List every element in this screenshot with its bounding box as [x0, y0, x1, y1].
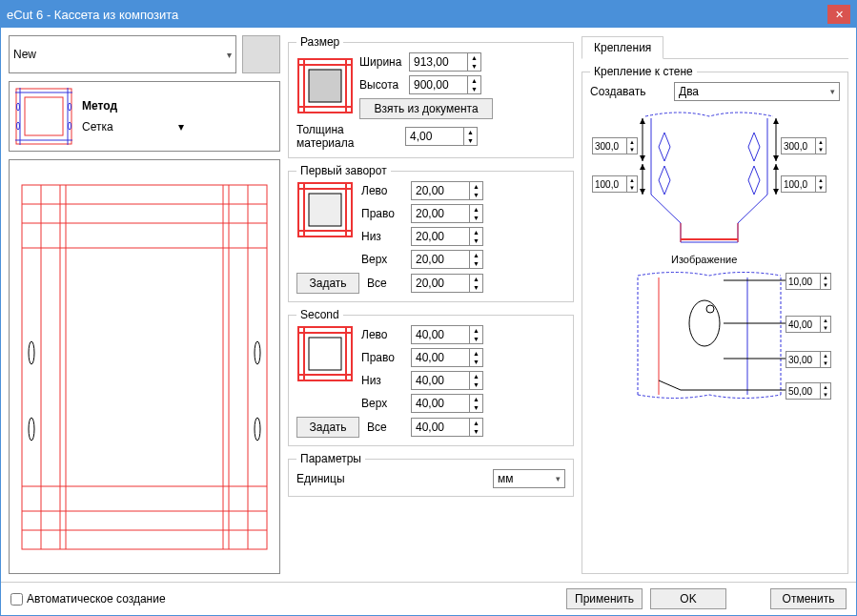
- fold2-legend: Second: [296, 308, 343, 321]
- img-p2-input[interactable]: 40,00▲▼: [786, 316, 831, 333]
- fold2-set-button[interactable]: Задать: [296, 417, 359, 438]
- svg-line-64: [659, 380, 681, 390]
- svg-point-59: [706, 305, 714, 313]
- preset-row: New ▾: [9, 35, 280, 73]
- fold1-top-input[interactable]: 20,00▲▼: [411, 250, 483, 269]
- preset-dropdown[interactable]: New ▾: [9, 35, 236, 73]
- preview-panel: [9, 159, 280, 574]
- color-swatch[interactable]: [242, 35, 280, 73]
- units-label: Единицы: [296, 472, 485, 485]
- fold1-group: Первый заворот Лево20,00▲▼: [288, 164, 574, 302]
- svg-rect-28: [309, 70, 341, 102]
- img-p3-input[interactable]: 30,00▲▼: [786, 351, 831, 368]
- fold2-bottom-label: Низ: [361, 374, 407, 387]
- size-legend: Размер: [296, 35, 343, 49]
- svg-rect-34: [309, 194, 341, 226]
- chevron-down-icon: ▾: [227, 50, 232, 60]
- dim-top-right-input[interactable]: 300,0▲▼: [781, 137, 826, 154]
- app-window: eCut 6 - Кассета из композита ✕ New ▾: [0, 0, 857, 616]
- chevron-down-icon: ▾: [556, 474, 561, 483]
- dim-bot-right-input[interactable]: 100,0▲▼: [781, 175, 826, 193]
- wall-legend: Крепление к стене: [590, 65, 697, 78]
- fold2-right-input[interactable]: 40,00▲▼: [411, 348, 483, 367]
- from-document-button[interactable]: Взять из документа: [359, 98, 493, 119]
- method-dropdown[interactable]: Сетка ▾: [82, 120, 274, 133]
- method-panel: Метод Сетка ▾: [9, 81, 280, 152]
- fold2-all-label: Все: [367, 421, 403, 434]
- units-select[interactable]: мм ▾: [493, 469, 565, 488]
- fold1-bottom-label: Низ: [361, 230, 407, 243]
- fold2-top-label: Верх: [361, 397, 407, 410]
- fold1-legend: Первый заворот: [296, 164, 391, 177]
- svg-rect-10: [22, 185, 267, 549]
- method-thumbnail: [15, 88, 72, 145]
- diagram-area: 300,0▲▼ 300,0▲▼ 100,0▲▼ 100,0▲▼ Изображе…: [590, 109, 840, 565]
- fold1-left-label: Лево: [361, 184, 407, 197]
- fold2-group: Second Лево40,00▲▼: [288, 308, 574, 446]
- apply-button[interactable]: Применить: [566, 588, 643, 609]
- fold2-thumbnail: [296, 325, 354, 382]
- right-column: Крепления Крепление к стене Создавать Дв…: [582, 35, 848, 574]
- window-title: eCut 6 - Кассета из композита: [7, 8, 827, 22]
- preset-value: New: [13, 48, 227, 61]
- size-thumbnail: [296, 57, 354, 114]
- method-text: Метод Сетка ▾: [82, 99, 274, 133]
- thickness-input[interactable]: 4,00▲▼: [405, 127, 478, 146]
- auto-create-label: Автоматическое создание: [27, 592, 166, 606]
- height-label: Высота: [359, 78, 405, 92]
- fold1-left-input[interactable]: 20,00▲▼: [411, 181, 483, 200]
- width-input[interactable]: 913,00▲▼: [409, 52, 481, 72]
- fold2-left-input[interactable]: 40,00▲▼: [411, 325, 483, 344]
- fold2-top-input[interactable]: 40,00▲▼: [411, 394, 483, 413]
- fold1-right-input[interactable]: 20,00▲▼: [411, 204, 483, 223]
- width-label: Ширина: [359, 55, 405, 69]
- fold2-bottom-input[interactable]: 40,00▲▼: [411, 371, 483, 390]
- fold1-bottom-input[interactable]: 20,00▲▼: [411, 227, 483, 246]
- middle-column: Размер Ширина: [288, 35, 574, 574]
- cancel-button[interactable]: Отменить: [770, 588, 847, 609]
- fold1-right-label: Право: [361, 207, 407, 220]
- params-legend: Параметры: [296, 452, 365, 465]
- auto-create-input[interactable]: [10, 593, 23, 606]
- fold1-thumbnail: [296, 181, 354, 238]
- image-label: Изображение: [671, 254, 737, 265]
- create-label: Создавать: [590, 85, 666, 98]
- dim-top-left-input[interactable]: 300,0▲▼: [592, 137, 638, 154]
- wall-mount-group: Крепление к стене Создавать Два ▾: [582, 65, 848, 574]
- svg-rect-40: [309, 338, 341, 370]
- fold2-right-label: Право: [361, 351, 407, 364]
- chevron-down-icon: ▾: [830, 87, 835, 96]
- fold1-all-input[interactable]: 20,00▲▼: [411, 274, 483, 293]
- create-select[interactable]: Два ▾: [674, 82, 840, 101]
- dim-bot-left-input[interactable]: 100,0▲▼: [592, 175, 638, 193]
- svg-point-58: [689, 300, 720, 346]
- fold2-left-label: Лево: [361, 328, 407, 341]
- thickness-label: Толщина материала: [296, 123, 401, 150]
- fold1-set-button[interactable]: Задать: [296, 273, 359, 294]
- method-label: Метод: [82, 99, 274, 113]
- preview-drawing: [18, 181, 271, 553]
- fold2-all-input[interactable]: 40,00▲▼: [411, 418, 483, 437]
- img-p4-input[interactable]: 50,00▲▼: [786, 382, 831, 400]
- height-input[interactable]: 900,00▲▼: [409, 75, 481, 94]
- tab-header: Крепления: [582, 35, 848, 59]
- params-group: Параметры Единицы мм ▾: [288, 452, 574, 497]
- ok-button[interactable]: OK: [650, 588, 726, 609]
- fold1-all-label: Все: [367, 277, 403, 290]
- size-group: Размер Ширина: [288, 35, 574, 158]
- auto-create-checkbox[interactable]: Автоматическое создание: [10, 592, 166, 606]
- content-area: New ▾: [1, 28, 856, 582]
- fold1-top-label: Верх: [361, 253, 407, 266]
- chevron-down-icon: ▾: [178, 120, 275, 133]
- img-p1-input[interactable]: 10,00▲▼: [786, 273, 831, 290]
- left-column: New ▾: [9, 35, 280, 574]
- method-value: Сетка: [82, 120, 178, 133]
- titlebar: eCut 6 - Кассета из композита ✕: [1, 1, 856, 28]
- footer-bar: Автоматическое создание Применить OK Отм…: [1, 582, 856, 615]
- tab-fasteners[interactable]: Крепления: [582, 36, 663, 59]
- close-button[interactable]: ✕: [827, 5, 850, 24]
